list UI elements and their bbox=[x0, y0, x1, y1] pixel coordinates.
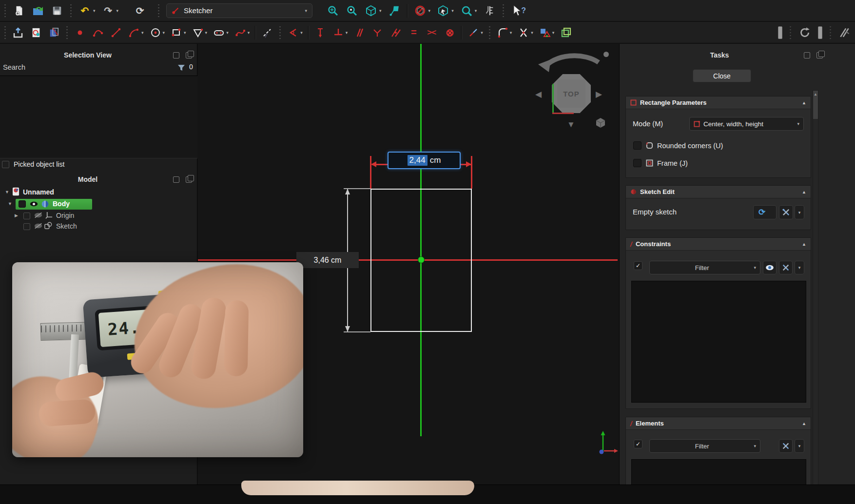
navcube-left-arrow-icon[interactable]: ◀ bbox=[535, 89, 542, 99]
clipping-plane-icon[interactable] bbox=[414, 4, 427, 17]
panel-handle-icon[interactable] bbox=[778, 26, 782, 39]
constraint-perpendicular-icon[interactable] bbox=[371, 26, 384, 39]
sketch-tools-dropdown[interactable]: ▾ bbox=[795, 205, 804, 219]
dock-panel-icon[interactable] bbox=[173, 52, 179, 58]
elements-header[interactable]: / Elements ▲ bbox=[626, 417, 811, 430]
rectangle-tool-icon[interactable] bbox=[170, 26, 183, 39]
height-dimension-label[interactable]: 3,46 cm bbox=[296, 252, 359, 268]
navcube-rotate-arrow-icon[interactable] bbox=[536, 48, 609, 73]
dock-panel-icon[interactable] bbox=[804, 52, 810, 58]
elements-list[interactable] bbox=[631, 459, 806, 487]
view-section-icon[interactable] bbox=[48, 26, 60, 39]
toolbar-grip[interactable] bbox=[70, 4, 72, 17]
tree-item-origin[interactable]: Origin bbox=[56, 212, 74, 219]
refresh-icon[interactable]: ⟳ bbox=[134, 4, 146, 17]
float-panel-icon[interactable] bbox=[186, 176, 192, 183]
external-geometry-dropdown-icon[interactable]: ▾ bbox=[552, 30, 555, 35]
constraint-angle-icon[interactable] bbox=[287, 26, 299, 39]
polyline-tool-icon[interactable] bbox=[92, 26, 104, 39]
leave-sketch-icon[interactable] bbox=[12, 26, 24, 39]
box-selection-icon[interactable] bbox=[437, 4, 449, 17]
view-sketch-icon[interactable] bbox=[30, 26, 42, 39]
tasks-scrollbar[interactable]: ▲ bbox=[813, 90, 818, 504]
navcube-face-top[interactable]: TOP bbox=[557, 79, 585, 108]
mode-dropdown[interactable]: Center, width, height ▾ bbox=[689, 117, 804, 131]
tree-item-document[interactable]: Unnamed bbox=[23, 188, 54, 196]
collapse-icon[interactable]: ▲ bbox=[802, 190, 806, 194]
toolbar-grip[interactable] bbox=[502, 4, 505, 17]
workbench-selector[interactable]: Sketcher ▾ bbox=[166, 3, 312, 18]
circle-dropdown-icon[interactable]: ▾ bbox=[163, 30, 165, 35]
search-label[interactable]: Search bbox=[3, 63, 25, 71]
new-file-icon[interactable] bbox=[13, 4, 25, 17]
constraint-block-icon[interactable]: ⊗ bbox=[443, 26, 456, 39]
constraint-horizontal-vertical-icon[interactable] bbox=[332, 26, 345, 39]
expander-open-icon[interactable]: ▼ bbox=[5, 190, 9, 194]
toolbar-grip[interactable] bbox=[66, 26, 68, 39]
open-file-icon[interactable] bbox=[32, 4, 44, 17]
constraints-settings-button[interactable] bbox=[779, 261, 793, 274]
rectangle-dropdown-icon[interactable]: ▾ bbox=[184, 30, 186, 35]
body-checkbox[interactable] bbox=[19, 200, 26, 208]
zoom-tools-icon[interactable] bbox=[460, 4, 473, 17]
float-panel-icon[interactable] bbox=[816, 52, 823, 58]
circle-tool-icon[interactable] bbox=[149, 26, 162, 39]
fillet-tool-icon[interactable] bbox=[496, 26, 509, 39]
whats-this-icon[interactable]: ? bbox=[511, 4, 527, 17]
angle-dropdown-icon[interactable]: ▾ bbox=[300, 30, 303, 35]
view-dropdown-icon[interactable]: ▾ bbox=[379, 8, 382, 13]
expander-closed-icon[interactable]: ▶ bbox=[15, 213, 18, 218]
elements-settings-dropdown[interactable]: ▾ bbox=[795, 439, 804, 453]
trim-dropdown-icon[interactable]: ▾ bbox=[531, 30, 533, 35]
rotate-view-icon[interactable] bbox=[798, 26, 811, 39]
fillet-dropdown-icon[interactable]: ▾ bbox=[510, 30, 512, 35]
toolbar-grip[interactable] bbox=[789, 26, 792, 39]
constraint-distance-icon[interactable] bbox=[314, 26, 327, 39]
toolbar-grip[interactable] bbox=[488, 26, 491, 39]
panel-handle-icon[interactable] bbox=[818, 26, 822, 39]
line-tool-icon[interactable] bbox=[110, 26, 122, 39]
isometric-view-icon[interactable] bbox=[365, 4, 377, 17]
origin-checkbox[interactable] bbox=[23, 213, 30, 219]
toolbar-grip[interactable] bbox=[829, 26, 832, 39]
slot-tool-icon[interactable] bbox=[213, 26, 225, 39]
close-task-button[interactable]: Close bbox=[693, 69, 751, 82]
collapse-icon[interactable]: ▲ bbox=[802, 421, 806, 426]
width-value-selected[interactable]: 2,44 bbox=[408, 155, 428, 166]
hv-dropdown-icon[interactable]: ▾ bbox=[346, 30, 348, 35]
tree-item-sketch[interactable]: Sketch bbox=[56, 222, 77, 230]
collapse-icon[interactable]: ▲ bbox=[802, 242, 806, 247]
rounded-corners-checkbox[interactable] bbox=[633, 141, 641, 150]
measure-caliper-icon[interactable] bbox=[483, 4, 496, 17]
selection-list[interactable] bbox=[0, 76, 197, 158]
zoom-tools-dropdown-icon[interactable]: ▾ bbox=[475, 8, 477, 13]
navcube-mini-cube-icon[interactable] bbox=[595, 117, 606, 129]
dock-panel-icon[interactable] bbox=[173, 176, 179, 183]
toolbar-grip[interactable] bbox=[279, 26, 281, 39]
arc-tool-icon[interactable] bbox=[128, 26, 140, 39]
toolbar-grip[interactable] bbox=[4, 4, 6, 17]
bspline-tool-icon[interactable] bbox=[234, 26, 247, 39]
constraints-header[interactable]: / Constraints ▲ bbox=[626, 238, 811, 251]
fit-all-icon[interactable] bbox=[327, 4, 339, 17]
width-dimension-input[interactable]: 2,44 cm bbox=[388, 152, 461, 169]
elements-check[interactable]: ✓ bbox=[634, 440, 642, 448]
expander-open-icon[interactable]: ▼ bbox=[8, 201, 12, 206]
rectangle-parameters-header[interactable]: Rectangle Parameters ▲ bbox=[626, 97, 811, 109]
polygon-dropdown-icon[interactable]: ▾ bbox=[205, 30, 208, 35]
arc-dropdown-icon[interactable]: ▾ bbox=[141, 30, 144, 35]
toggle-construction-icon[interactable] bbox=[467, 26, 480, 39]
point-tool-icon[interactable] bbox=[74, 26, 86, 39]
filter-funnel-icon[interactable] bbox=[177, 64, 185, 72]
carbon-copy-icon[interactable] bbox=[560, 26, 572, 39]
sketch-edit-header[interactable]: Sketch Edit ▲ bbox=[626, 186, 811, 198]
scrollbar-thumb[interactable]: ▲ bbox=[813, 91, 818, 119]
navcube-right-arrow-icon[interactable]: ▶ bbox=[596, 89, 602, 99]
float-panel-icon[interactable] bbox=[186, 52, 192, 58]
toggle-construction-dropdown-icon[interactable]: ▾ bbox=[481, 30, 483, 35]
constraints-check[interactable]: ✓ bbox=[634, 261, 642, 270]
picked-object-checkbox[interactable] bbox=[2, 161, 9, 168]
rectangle-center-point[interactable] bbox=[418, 256, 425, 263]
redo-dropdown-icon[interactable]: ▾ bbox=[117, 8, 119, 13]
constraints-filter-dropdown[interactable]: Filter ▾ bbox=[649, 261, 760, 274]
